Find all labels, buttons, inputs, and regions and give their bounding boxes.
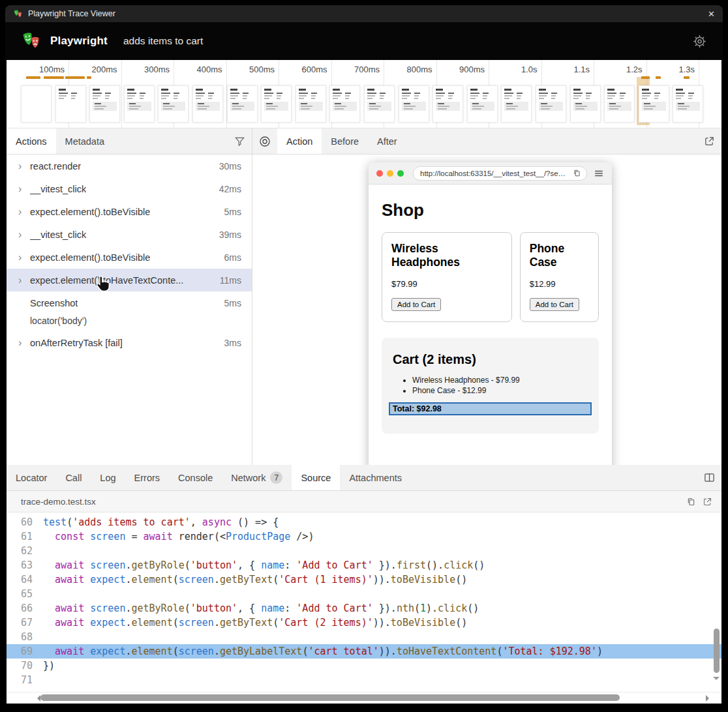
chevron-right-icon[interactable]: › xyxy=(18,160,30,172)
actions-tab-metadata[interactable]: Metadata xyxy=(56,128,114,154)
action-list-item[interactable]: ›__vitest_click42ms xyxy=(7,177,252,200)
source-code-line: 63 await screen.getByRole('button', { na… xyxy=(7,558,721,572)
code-token: ProductPage xyxy=(226,529,290,544)
network-count-badge: 7 xyxy=(270,471,282,484)
action-list-item[interactable]: ›expect.element().toHaveTextConte...11ms xyxy=(7,269,252,291)
snapshot-tab-action[interactable]: Action xyxy=(277,128,322,154)
filmstrip-frame[interactable] xyxy=(570,85,601,123)
timeline-tick-label: 500ms xyxy=(249,65,279,74)
chevron-right-icon[interactable]: › xyxy=(18,252,30,263)
code-token: name xyxy=(261,601,284,616)
line-number: 68 xyxy=(7,630,43,644)
code-token: click xyxy=(444,558,473,572)
details-tab-attachments[interactable]: Attachments xyxy=(340,465,411,490)
code-token xyxy=(43,529,55,544)
cart-heading: Cart (2 items) xyxy=(393,352,592,367)
filmstrip-frame[interactable] xyxy=(124,85,155,123)
filmstrip-frame[interactable] xyxy=(501,85,532,123)
code-token: test xyxy=(43,515,67,529)
chevron-right-icon[interactable]: › xyxy=(18,206,30,218)
code-token: 'adds items to cart' xyxy=(72,515,190,529)
cart-total-highlight: Total: $92.98 xyxy=(389,402,592,415)
scroll-right-arrow-icon[interactable] xyxy=(706,695,712,702)
action-list-item[interactable]: ›react.render30ms xyxy=(7,155,252,177)
address-bar[interactable]: http://localhost:63315/__vitest_test__/?… xyxy=(413,166,587,181)
details-tab-errors[interactable]: Errors xyxy=(125,465,169,490)
copy-icon[interactable] xyxy=(573,169,581,177)
action-duration: 42ms xyxy=(214,184,241,194)
snapshot-tab-before[interactable]: Before xyxy=(322,128,368,154)
settings-gear-icon[interactable] xyxy=(692,34,707,49)
action-list-item[interactable]: ›onAfterRetryTask [fail]3ms xyxy=(7,331,252,354)
close-icon[interactable]: ✕ xyxy=(708,9,715,19)
action-duration: 6ms xyxy=(219,252,241,263)
chevron-right-icon[interactable]: › xyxy=(18,229,30,241)
code-token: await xyxy=(55,572,84,587)
filmstrip-frame[interactable] xyxy=(158,85,189,123)
filmstrip-frame[interactable] xyxy=(296,85,326,123)
details-tab-console[interactable]: Console xyxy=(169,465,222,490)
scroll-left-arrow-icon[interactable] xyxy=(34,695,40,702)
code-token: getByRole xyxy=(131,601,184,616)
action-list-item[interactable]: ›__vitest_click39ms xyxy=(7,223,252,246)
filmstrip-frame[interactable] xyxy=(399,85,429,123)
code-token: await xyxy=(55,644,84,659)
code-token: click xyxy=(438,601,467,616)
details-tab-locator[interactable]: Locator xyxy=(7,465,56,490)
filmstrip-frame[interactable] xyxy=(432,85,463,123)
scroll-down-arrow-icon[interactable] xyxy=(713,677,720,683)
split-view-icon[interactable] xyxy=(697,465,721,490)
hamburger-menu-icon[interactable] xyxy=(594,168,604,179)
filmstrip-frame[interactable] xyxy=(21,85,52,123)
filmstrip-frame[interactable] xyxy=(261,85,292,123)
chevron-right-icon[interactable]: › xyxy=(18,337,30,349)
snapshot-panel: ActionBeforeAfter http:// xyxy=(252,128,721,465)
add-to-cart-button[interactable]: Add to Cart xyxy=(530,298,579,311)
source-code-line[interactable]: 69 await expect.element(screen.getByLabe… xyxy=(7,644,721,659)
action-list-item[interactable]: Screenshot5ms xyxy=(7,291,252,314)
filmstrip-frame[interactable] xyxy=(639,85,669,123)
timeline-tick-label: 900ms xyxy=(459,65,489,74)
details-tab-call[interactable]: Call xyxy=(56,465,91,490)
filmstrip-frame[interactable] xyxy=(536,85,566,123)
filmstrip-frame[interactable] xyxy=(227,85,258,123)
horizontal-scrollbar[interactable] xyxy=(7,692,721,704)
source-code-line: 70}) xyxy=(7,659,721,673)
chevron-right-icon[interactable]: › xyxy=(18,183,30,195)
add-to-cart-button[interactable]: Add to Cart xyxy=(391,298,441,311)
filmstrip-frame[interactable] xyxy=(329,85,360,123)
chevron-right-icon[interactable]: › xyxy=(18,274,30,286)
target-icon[interactable] xyxy=(252,128,277,154)
horizontal-scrollbar-thumb[interactable] xyxy=(40,694,620,701)
filmstrip-frame[interactable] xyxy=(604,85,635,123)
timeline-action-bar xyxy=(87,76,91,79)
filmstrip-frame[interactable] xyxy=(192,85,223,123)
code-token: )). xyxy=(379,644,397,659)
details-tab-network[interactable]: Network7 xyxy=(222,465,292,490)
code-token: () xyxy=(455,616,467,630)
shop-heading: Shop xyxy=(382,200,599,220)
filmstrip-frame[interactable] xyxy=(467,85,498,123)
filmstrip-frame[interactable] xyxy=(89,85,120,123)
source-code-view[interactable]: 60test('adds items to cart', async () =>… xyxy=(7,512,721,692)
filter-funnel-icon[interactable] xyxy=(227,128,252,154)
filmstrip-frame[interactable] xyxy=(673,85,703,123)
open-external-icon[interactable] xyxy=(703,497,712,507)
filmstrip-frame[interactable] xyxy=(55,85,86,123)
open-external-icon[interactable] xyxy=(697,128,721,154)
code-token: () xyxy=(455,572,467,587)
details-tab-source[interactable]: Source xyxy=(292,465,340,490)
timeline-filmstrip[interactable]: 100ms200ms300ms400ms500ms600ms700ms800ms… xyxy=(7,60,721,128)
snapshot-tab-after[interactable]: After xyxy=(368,128,406,154)
copy-icon[interactable] xyxy=(686,497,696,507)
filmstrip-frame[interactable] xyxy=(364,85,395,123)
action-list-item[interactable]: ›expect.element().toBeVisible5ms xyxy=(7,200,252,223)
details-tab-log[interactable]: Log xyxy=(91,465,125,490)
action-list-item[interactable]: ›expect.element().toBeVisible6ms xyxy=(7,246,252,269)
timeline-action-bar xyxy=(26,76,40,79)
line-number: 70 xyxy=(7,659,43,673)
actions-tab-actions[interactable]: Actions xyxy=(7,128,56,154)
code-token: screen xyxy=(179,616,214,630)
vertical-scrollbar-thumb[interactable] xyxy=(714,629,720,673)
code-token: nth xyxy=(397,601,414,616)
